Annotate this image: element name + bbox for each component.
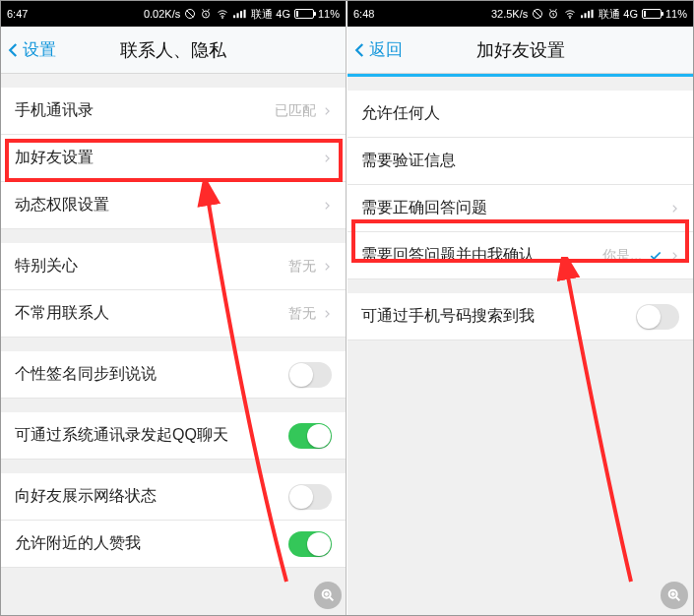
chevron-right-icon bbox=[322, 199, 332, 213]
magnify-icon bbox=[314, 582, 342, 609]
mute-icon bbox=[184, 8, 196, 20]
back-label: 返回 bbox=[369, 38, 403, 61]
status-bar: 6:48 32.5K/s 联通 4G 11% bbox=[347, 1, 693, 27]
toggle-on[interactable] bbox=[288, 423, 332, 449]
row-label: 不常用联系人 bbox=[15, 303, 288, 324]
row-label: 特别关心 bbox=[15, 256, 288, 277]
row-sub: 暂无 bbox=[288, 305, 316, 323]
chevron-right-icon bbox=[669, 202, 679, 216]
row-label: 动态权限设置 bbox=[15, 195, 322, 216]
chevron-right-icon bbox=[322, 307, 332, 321]
chevron-left-icon bbox=[351, 39, 369, 61]
battery-icon bbox=[642, 9, 662, 19]
row-confirm[interactable]: 需要回答问题并由我确认 你是... bbox=[347, 232, 693, 279]
check-icon bbox=[648, 249, 663, 263]
row-anyone[interactable]: 允许任何人 bbox=[347, 91, 693, 138]
chevron-right-icon bbox=[322, 260, 332, 274]
row-addfriend[interactable]: 加好友设置 bbox=[1, 135, 346, 182]
magnify-icon bbox=[661, 582, 688, 609]
status-battery: 11% bbox=[665, 8, 687, 20]
svg-rect-13 bbox=[592, 10, 594, 18]
status-time: 6:48 bbox=[353, 8, 374, 20]
svg-rect-3 bbox=[233, 15, 235, 18]
toggle-on[interactable] bbox=[288, 531, 332, 557]
row-label: 加好友设置 bbox=[15, 148, 322, 168]
svg-rect-5 bbox=[240, 11, 242, 18]
wifi-icon bbox=[563, 8, 577, 20]
row-label: 允许附近的人赞我 bbox=[15, 533, 288, 554]
row-uncommon[interactable]: 不常用联系人 暂无 bbox=[1, 290, 346, 338]
status-speed: 0.02K/s bbox=[144, 8, 180, 20]
svg-rect-10 bbox=[581, 15, 583, 18]
row-special[interactable]: 特别关心 暂无 bbox=[1, 243, 346, 290]
row-label: 允许任何人 bbox=[361, 103, 679, 124]
svg-rect-11 bbox=[585, 13, 587, 18]
svg-rect-6 bbox=[244, 10, 246, 18]
row-dynamic[interactable]: 动态权限设置 bbox=[1, 182, 346, 229]
row-contacts[interactable]: 手机通讯录 已匹配 bbox=[1, 88, 346, 135]
signal-icon bbox=[581, 8, 595, 20]
row-label: 可通过手机号码搜索到我 bbox=[361, 306, 636, 327]
row-label: 可通过系统通讯录发起QQ聊天 bbox=[15, 425, 288, 446]
row-answer[interactable]: 需要正确回答问题 bbox=[347, 185, 693, 232]
back-label: 设置 bbox=[23, 38, 56, 61]
row-label: 个性签名同步到说说 bbox=[15, 364, 288, 385]
status-carrier: 联通 4G bbox=[599, 7, 638, 22]
row-network[interactable]: 向好友展示网络状态 bbox=[1, 473, 346, 521]
toggle-off[interactable] bbox=[288, 362, 332, 388]
chevron-right-icon bbox=[669, 249, 679, 263]
status-bar: 6:47 0.02K/s 联通 4G 11% bbox=[1, 1, 346, 27]
back-button[interactable]: 设置 bbox=[1, 38, 56, 61]
svg-rect-4 bbox=[237, 13, 239, 18]
row-label: 向好友展示网络状态 bbox=[15, 486, 288, 507]
row-label: 需要正确回答问题 bbox=[361, 198, 669, 218]
row-sub: 你是... bbox=[602, 247, 642, 265]
signal-icon bbox=[233, 8, 247, 20]
row-phone-search[interactable]: 可通过手机号码搜索到我 bbox=[347, 293, 693, 340]
mute-icon bbox=[532, 8, 543, 20]
chevron-right-icon bbox=[322, 152, 332, 165]
status-speed: 32.5K/s bbox=[491, 8, 528, 20]
row-sub: 已匹配 bbox=[275, 102, 316, 120]
status-time: 6:47 bbox=[7, 8, 28, 20]
row-sub: 暂无 bbox=[288, 258, 316, 276]
row-syscontacts[interactable]: 可通过系统通讯录发起QQ聊天 bbox=[1, 412, 346, 460]
nav-bar: 返回 加好友设置 bbox=[347, 27, 693, 74]
svg-rect-12 bbox=[588, 11, 590, 18]
row-nearby[interactable]: 允许附近的人赞我 bbox=[1, 521, 346, 568]
nav-bar: 设置 联系人、隐私 bbox=[1, 27, 346, 74]
accent-line bbox=[347, 74, 693, 77]
chevron-left-icon bbox=[5, 39, 23, 61]
toggle-off[interactable] bbox=[288, 484, 332, 510]
row-verify[interactable]: 需要验证信息 bbox=[347, 138, 693, 185]
alarm-icon bbox=[547, 8, 559, 20]
chevron-right-icon bbox=[322, 104, 332, 118]
row-signature[interactable]: 个性签名同步到说说 bbox=[1, 351, 346, 399]
status-carrier: 联通 4G bbox=[251, 7, 290, 22]
battery-icon bbox=[294, 9, 314, 19]
row-label: 需要验证信息 bbox=[361, 151, 679, 171]
alarm-icon bbox=[200, 8, 212, 20]
wifi-icon bbox=[216, 8, 229, 20]
row-label: 需要回答问题并由我确认 bbox=[361, 245, 602, 266]
svg-point-9 bbox=[570, 18, 571, 19]
back-button[interactable]: 返回 bbox=[347, 38, 403, 61]
toggle-off[interactable] bbox=[636, 304, 679, 330]
row-label: 手机通讯录 bbox=[15, 100, 275, 121]
svg-point-2 bbox=[222, 18, 223, 19]
status-battery: 11% bbox=[318, 8, 340, 20]
